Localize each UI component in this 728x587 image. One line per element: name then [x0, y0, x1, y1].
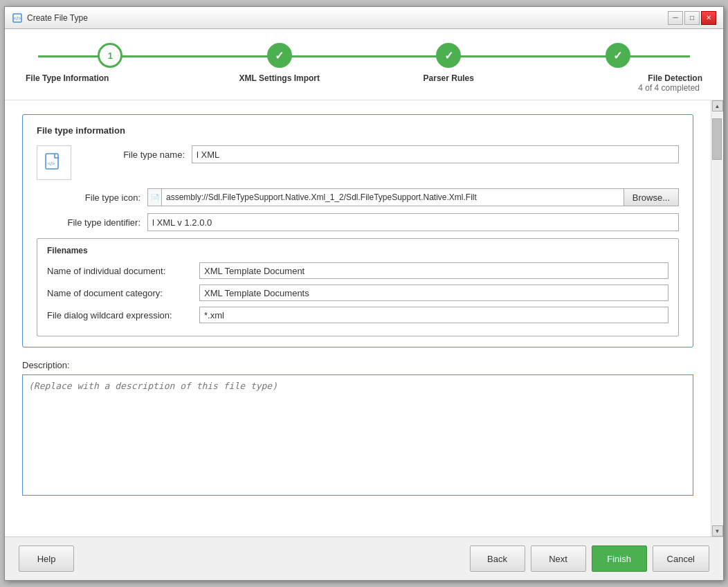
- title-bar-left: </> Create File Type: [12, 12, 88, 24]
- scrollbar[interactable]: ▲ ▼: [711, 100, 723, 536]
- step-2: [195, 43, 365, 68]
- description-label: Description:: [22, 360, 693, 370]
- next-button[interactable]: Next: [531, 545, 586, 572]
- wildcard-input[interactable]: [199, 307, 668, 323]
- filetype-icon-row: File type icon: 📄 Browse...: [37, 188, 679, 206]
- step-1: 1: [26, 43, 195, 68]
- wizard-footer: Help Back Next Finish Cancel: [5, 536, 723, 580]
- close-button[interactable]: ✕: [701, 11, 716, 25]
- scroll-thumb[interactable]: [712, 118, 722, 160]
- individual-doc-label: Name of individual document:: [47, 266, 199, 276]
- wizard-body: 1: [5, 29, 723, 580]
- individual-doc-row: Name of individual document:: [47, 262, 668, 279]
- restore-button[interactable]: □: [684, 11, 700, 25]
- svg-text:</>: </>: [48, 161, 55, 166]
- step-2-label: XML Settings Import: [195, 73, 365, 83]
- doc-category-label: Name of document category:: [47, 288, 199, 298]
- completion-text: 4 of 4 completed: [26, 83, 702, 93]
- filetype-id-input[interactable]: [147, 213, 679, 231]
- filetype-name-input[interactable]: [192, 145, 679, 163]
- scroll-track[interactable]: [712, 111, 723, 525]
- step-3: [364, 43, 534, 68]
- doc-category-input[interactable]: [199, 285, 668, 301]
- section-title: File type information: [37, 125, 679, 136]
- file-type-section: File type information </> F: [22, 114, 693, 347]
- step-1-label: File Type Information: [26, 73, 195, 83]
- cancel-button[interactable]: Cancel: [653, 545, 709, 572]
- description-section: Description:: [22, 360, 693, 498]
- step-1-circle: 1: [98, 43, 122, 68]
- step-2-check-icon: [275, 49, 284, 62]
- step-3-circle: [436, 43, 461, 68]
- file-type-icon-preview: </>: [37, 145, 71, 180]
- title-bar: </> Create File Type ─ □ ✕: [5, 7, 723, 29]
- filenames-title: Filenames: [47, 246, 668, 255]
- step-3-check-icon: [444, 49, 453, 62]
- wildcard-label: File dialog wildcard expression:: [47, 310, 199, 320]
- finish-button[interactable]: Finish: [592, 545, 647, 572]
- filetype-icon-path-input[interactable]: [161, 188, 624, 206]
- scroll-down-button[interactable]: ▼: [712, 525, 723, 536]
- minimize-button[interactable]: ─: [668, 11, 683, 25]
- step-4-check-icon: [613, 49, 622, 62]
- filetype-name-label: File type name:: [81, 150, 192, 160]
- browse-button[interactable]: Browse...: [624, 188, 679, 206]
- steps-header: 1: [5, 29, 723, 100]
- individual-doc-input[interactable]: [199, 262, 668, 279]
- filetype-id-row: File type identifier:: [37, 213, 679, 231]
- wizard-content: File type information </> F: [5, 100, 723, 536]
- title-buttons: ─ □ ✕: [668, 11, 716, 25]
- main-window: </> Create File Type ─ □ ✕ 1: [4, 6, 724, 581]
- help-button[interactable]: Help: [19, 545, 74, 572]
- filetype-id-label: File type identifier:: [37, 217, 147, 228]
- step-4-circle: [606, 43, 630, 68]
- svg-text:</>: </>: [13, 15, 21, 21]
- filetype-name-row: File type name:: [81, 145, 679, 163]
- icon-file-symbol: 📄: [147, 188, 161, 206]
- window-title: Create File Type: [27, 13, 88, 23]
- description-textarea[interactable]: [22, 374, 693, 496]
- steps-track: 1: [26, 43, 702, 68]
- wildcard-row: File dialog wildcard expression:: [47, 307, 668, 323]
- footer-left: Help: [19, 545, 74, 572]
- scroll-up-button[interactable]: ▲: [712, 100, 723, 111]
- step-4: [534, 43, 703, 68]
- back-button[interactable]: Back: [470, 545, 525, 572]
- doc-category-row: Name of document category:: [47, 285, 668, 301]
- filenames-section: Filenames Name of individual document: N…: [37, 238, 679, 336]
- step-4-label: File Detection: [534, 73, 703, 83]
- footer-right: Back Next Finish Cancel: [470, 545, 709, 572]
- step-3-label: Parser Rules: [364, 73, 534, 83]
- window-icon: </>: [12, 12, 23, 24]
- step-2-circle: [267, 43, 292, 68]
- content-area: File type information </> F: [5, 100, 711, 536]
- filetype-icon-label: File type icon:: [37, 192, 147, 203]
